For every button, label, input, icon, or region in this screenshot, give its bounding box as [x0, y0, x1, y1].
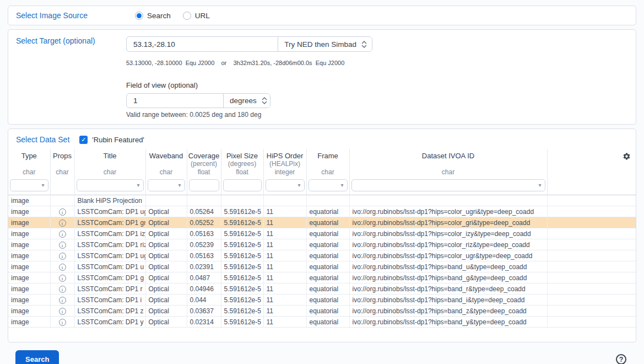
cell-waveband: Optical	[145, 206, 187, 217]
column-datatype: integer	[264, 168, 306, 178]
info-icon[interactable]: i	[59, 286, 66, 293]
cell-title: LSSTComCam: DP1 i	[74, 295, 145, 306]
target-input[interactable]	[127, 37, 278, 51]
radio-search[interactable]: Search	[135, 12, 171, 20]
cell-frame: equatorial	[306, 261, 349, 272]
table-row[interactable]: imageiLSSTComCam: DP1 rOptical0.049465.5…	[8, 283, 636, 295]
dataset-section: Select Data Set ✓ 'Rubin Featured' Typec…	[8, 129, 636, 342]
column-header-ivoa_id: Dataset IVOA IDchar▾	[349, 149, 547, 195]
table-row[interactable]: imageBlank HiPS Projection	[8, 195, 636, 206]
table-row[interactable]: imageiLSSTComCam: DP1 izyOptical0.051635…	[8, 228, 636, 239]
cell-frame: equatorial	[306, 295, 349, 306]
cell-waveband: Optical	[145, 250, 187, 261]
column-filter-title[interactable]: ▾	[77, 179, 144, 191]
filter-dropdown-arrow-icon[interactable]: ▾	[297, 183, 300, 188]
fov-input[interactable]	[127, 94, 223, 108]
info-icon[interactable]: i	[59, 319, 66, 326]
info-icon[interactable]: i	[59, 253, 66, 260]
table-options-gear-icon[interactable]	[623, 152, 631, 160]
cell-waveband: Optical	[145, 261, 187, 272]
cell-coverage: 0.05239	[187, 239, 221, 250]
cell-frame: equatorial	[306, 206, 349, 217]
cell-hips_order: 11	[263, 239, 306, 250]
column-title: Dataset IVOA ID	[350, 152, 547, 160]
help-icon[interactable]: ?	[616, 354, 626, 364]
cell-type: image	[8, 239, 50, 250]
column-unit: (HEALPix)	[264, 160, 306, 168]
cell-type: image	[8, 195, 50, 206]
chevron-updown-icon	[262, 97, 267, 104]
cell-pixel_size: 5.591612e-5	[221, 283, 263, 295]
table-row[interactable]: imageiLSSTComCam: DP1 uOptical0.023915.5…	[8, 261, 636, 272]
fov-unit-select[interactable]: degrees	[223, 94, 270, 108]
info-icon[interactable]: i	[59, 297, 66, 304]
column-filter-hips_order[interactable]: ▾	[266, 179, 305, 191]
table-row[interactable]: imageiLSSTComCam: DP1 iOptical0.0445.591…	[8, 295, 636, 306]
column-datatype: char	[8, 168, 50, 178]
table-row[interactable]: imageiLSSTComCam: DP1 rizOptical0.052395…	[8, 239, 636, 250]
cell-type: image	[8, 306, 50, 317]
filter-dropdown-arrow-icon[interactable]: ▾	[340, 183, 343, 188]
table-row[interactable]: imageiLSSTComCam: DP1 yOptical0.023145.5…	[8, 317, 636, 328]
cell-ivoa_id: ivo://org.rubinobs/lsst-dp1?hips=band_z&…	[349, 306, 547, 317]
cell-type: image	[8, 261, 50, 272]
cell-ivoa_id	[349, 195, 547, 206]
rubin-featured-label: 'Rubin Featured'	[92, 136, 144, 144]
cell-pixel_size: 5.591612e-5	[221, 295, 263, 306]
cell-ivoa_id: ivo://org.rubinobs/lsst-dp1?hips=band_u&…	[349, 261, 547, 272]
cell-props: i	[50, 317, 74, 328]
cell-frame: equatorial	[306, 239, 349, 250]
cell-pixel_size: 5.591612e-5	[221, 272, 263, 283]
column-title: Pixel Size	[221, 152, 263, 160]
filter-dropdown-arrow-icon[interactable]: ▾	[178, 183, 181, 188]
column-datatype: char	[307, 168, 349, 178]
cell-ivoa_id: ivo://org.rubinobs/lsst-dp1?hips=color_i…	[349, 228, 547, 239]
search-button[interactable]: Search	[15, 350, 59, 364]
column-datatype: char	[51, 168, 74, 178]
dataset-label: Select Data Set	[16, 135, 69, 144]
checkbox-check-icon[interactable]: ✓	[79, 136, 88, 144]
cell-blank	[547, 295, 636, 306]
column-filter-waveband[interactable]: ▾	[148, 179, 185, 191]
table-row[interactable]: imageiLSSTComCam: DP1 griOptical0.052525…	[8, 217, 636, 228]
info-icon[interactable]: i	[59, 275, 66, 282]
info-icon[interactable]: i	[59, 220, 66, 227]
cell-type: image	[8, 272, 50, 283]
fov-label: Field of view (optional)	[126, 81, 628, 89]
info-icon[interactable]: i	[59, 208, 66, 216]
table-row[interactable]: imageiLSSTComCam: DP1 ugrOptical0.051635…	[8, 250, 636, 261]
table-row[interactable]: imageiLSSTComCam: DP1 ugriOptical0.05264…	[8, 206, 636, 217]
resolver-select[interactable]: Try NED then Simbad	[278, 37, 372, 51]
cell-ivoa_id: ivo://org.rubinobs/lsst-dp1?hips=band_r&…	[349, 283, 547, 295]
filter-dropdown-arrow-icon[interactable]: ▾	[538, 183, 541, 188]
radio-circle-icon[interactable]	[183, 12, 191, 20]
rubin-featured-checkbox[interactable]: ✓ 'Rubin Featured'	[79, 136, 144, 144]
column-filter-coverage[interactable]	[189, 179, 219, 191]
column-filter-ivoa_id[interactable]: ▾	[351, 179, 545, 191]
table-row[interactable]: imageiLSSTComCam: DP1 zOptical0.036375.5…	[8, 306, 636, 317]
column-filter-frame[interactable]: ▾	[309, 179, 348, 191]
info-icon[interactable]: i	[59, 308, 66, 315]
radio-circle-icon[interactable]	[135, 12, 143, 20]
cell-coverage: 0.02391	[187, 261, 221, 272]
info-icon[interactable]: i	[59, 264, 66, 271]
info-icon[interactable]: i	[59, 242, 66, 249]
cell-hips_order	[263, 195, 306, 206]
cell-type: image	[8, 217, 50, 228]
filter-dropdown-arrow-icon[interactable]: ▾	[137, 183, 139, 188]
cell-type: image	[8, 250, 50, 261]
cell-props: i	[50, 228, 74, 239]
cell-ivoa_id: ivo://org.rubinobs/lsst-dp1?hips=color_u…	[349, 206, 547, 217]
table-row[interactable]: imageiLSSTComCam: DP1 gOptical0.04875.59…	[8, 272, 636, 283]
info-icon[interactable]: i	[59, 231, 66, 238]
column-unit: (degrees)	[221, 160, 263, 168]
cell-frame: equatorial	[306, 250, 349, 261]
column-filter-type[interactable]: ▾	[10, 179, 48, 191]
cell-pixel_size: 5.591612e-5	[221, 317, 263, 328]
column-header-title: Titlechar▾	[74, 149, 145, 195]
cell-type: image	[8, 283, 50, 295]
radio-url[interactable]: URL	[183, 12, 210, 20]
column-filter-pixel_size[interactable]	[223, 179, 262, 191]
cell-coverage: 0.02314	[187, 317, 221, 328]
filter-dropdown-arrow-icon[interactable]: ▾	[41, 183, 44, 188]
